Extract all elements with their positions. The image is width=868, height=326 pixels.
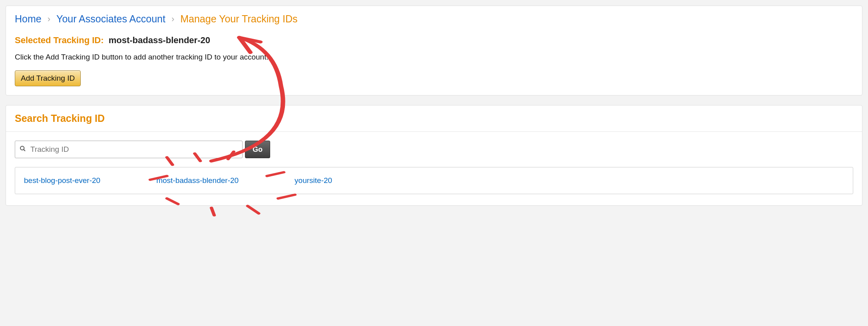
selected-label: Selected Tracking ID: xyxy=(15,35,104,45)
tracking-id-link[interactable]: most-badass-blender-20 xyxy=(156,176,239,185)
search-input-wrapper xyxy=(15,141,243,158)
tracking-id-link[interactable]: best-blog-post-ever-20 xyxy=(24,176,100,185)
help-text: Click the Add Tracking ID button to add … xyxy=(15,53,853,62)
search-title: Search Tracking ID xyxy=(15,113,853,124)
breadcrumb-account[interactable]: Your Associates Account xyxy=(56,13,165,25)
search-panel: Search Tracking ID Go best-blog-post-eve… xyxy=(6,105,862,206)
breadcrumb: Home › Your Associates Account › Manage … xyxy=(15,13,853,25)
go-button[interactable]: Go xyxy=(245,141,270,158)
add-tracking-id-button[interactable]: Add Tracking ID xyxy=(15,70,81,86)
breadcrumb-current: Manage Your Tracking IDs xyxy=(180,13,297,25)
selected-tracking-id: Selected Tracking ID: most-badass-blende… xyxy=(15,35,853,46)
tracking-id-panel: Home › Your Associates Account › Manage … xyxy=(6,6,862,95)
search-row: Go xyxy=(15,141,853,158)
breadcrumb-home[interactable]: Home xyxy=(15,13,42,25)
results-box: best-blog-post-ever-20 most-badass-blend… xyxy=(15,167,853,194)
chevron-right-icon: › xyxy=(171,14,174,24)
search-input[interactable] xyxy=(15,141,243,158)
selected-value: most-badass-blender-20 xyxy=(109,35,210,45)
tracking-id-link[interactable]: yoursite-20 xyxy=(295,176,332,185)
divider xyxy=(6,131,862,132)
chevron-right-icon: › xyxy=(48,14,50,24)
